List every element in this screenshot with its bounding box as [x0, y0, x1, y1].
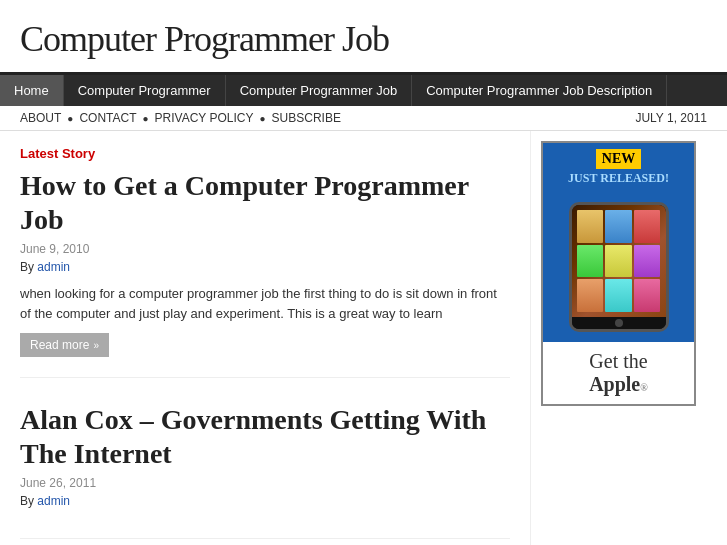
subnav-contact[interactable]: CONTACT	[79, 111, 136, 125]
latest-story-label: Latest Story	[20, 146, 510, 161]
article-2-by: By admin	[20, 494, 510, 508]
nav-item-computer-programmer-job[interactable]: Computer Programmer Job	[226, 75, 413, 106]
ipad-screen	[572, 205, 666, 317]
subnav-about[interactable]: ABOUT	[20, 111, 61, 125]
ad-new-label: NEW	[596, 149, 641, 169]
book-thumb-2	[605, 210, 632, 243]
subnav-subscribe[interactable]: SUBSCRIBE	[272, 111, 341, 125]
ad-banner: NEW JUST RELEASED!	[543, 143, 694, 192]
sub-nav-date: JULY 1, 2011	[635, 111, 707, 125]
content-wrapper: Latest Story How to Get a Computer Progr…	[0, 131, 727, 545]
ad-trademark: ®	[640, 382, 648, 393]
article-1: How to Get a Computer Programmer Job Jun…	[20, 169, 510, 378]
article-1-by: By admin	[20, 260, 510, 274]
read-more-arrow: »	[93, 340, 99, 351]
nav-item-home[interactable]: Home	[0, 75, 64, 106]
book-thumb-5	[605, 245, 632, 278]
sidebar-ad[interactable]: NEW JUST RELEASED!	[541, 141, 696, 406]
subnav-sep-1: ●	[67, 113, 73, 124]
book-thumb-9	[634, 279, 661, 312]
sidebar: NEW JUST RELEASED!	[530, 131, 705, 545]
article-2-date: June 26, 2011	[20, 476, 510, 490]
article-1-date: June 9, 2010	[20, 242, 510, 256]
ipad-mockup	[569, 202, 669, 332]
article-2-title[interactable]: Alan Cox – Governments Getting With The …	[20, 403, 510, 470]
book-thumb-7	[577, 279, 604, 312]
article-2-title-link[interactable]: Alan Cox – Governments Getting With The …	[20, 404, 486, 469]
nav-item-computer-programmer[interactable]: Computer Programmer	[64, 75, 226, 106]
sub-nav: ABOUT ● CONTACT ● PRIVACY POLICY ● SUBSC…	[0, 106, 727, 131]
site-title: Computer Programmer Job	[20, 18, 707, 60]
subnav-sep-3: ●	[259, 113, 265, 124]
book-thumb-8	[605, 279, 632, 312]
main-nav: Home Computer Programmer Computer Progra…	[0, 75, 727, 106]
book-thumb-4	[577, 245, 604, 278]
article-1-author-link[interactable]: admin	[37, 260, 70, 274]
article-1-title[interactable]: How to Get a Computer Programmer Job	[20, 169, 510, 236]
book-thumb-1	[577, 210, 604, 243]
site-header: Computer Programmer Job	[0, 0, 727, 75]
ad-get-the: Get the	[551, 350, 686, 373]
article-2: Alan Cox – Governments Getting With The …	[20, 403, 510, 539]
article-2-author-link[interactable]: admin	[37, 494, 70, 508]
book-thumb-6	[634, 245, 661, 278]
ad-apple-label: Apple	[589, 373, 640, 395]
ipad-home-button	[615, 319, 623, 327]
subnav-sep-2: ●	[143, 113, 149, 124]
subnav-privacy[interactable]: PRIVACY POLICY	[155, 111, 254, 125]
nav-item-job-description[interactable]: Computer Programmer Job Description	[412, 75, 667, 106]
ad-bottom-text: Get the Apple®	[543, 342, 694, 404]
ad-just-released: JUST RELEASED!	[551, 171, 686, 186]
ad-device-image	[543, 192, 694, 342]
read-more-label: Read more	[30, 338, 89, 352]
article-1-read-more[interactable]: Read more »	[20, 333, 109, 357]
ad-apple-line: Apple®	[551, 373, 686, 396]
main-content: Latest Story How to Get a Computer Progr…	[0, 131, 530, 545]
article-1-excerpt: when looking for a computer programmer j…	[20, 284, 510, 323]
sub-nav-links: ABOUT ● CONTACT ● PRIVACY POLICY ● SUBSC…	[20, 111, 341, 125]
book-thumb-3	[634, 210, 661, 243]
article-1-title-link[interactable]: How to Get a Computer Programmer Job	[20, 170, 469, 235]
ipad-bottom	[572, 317, 666, 329]
